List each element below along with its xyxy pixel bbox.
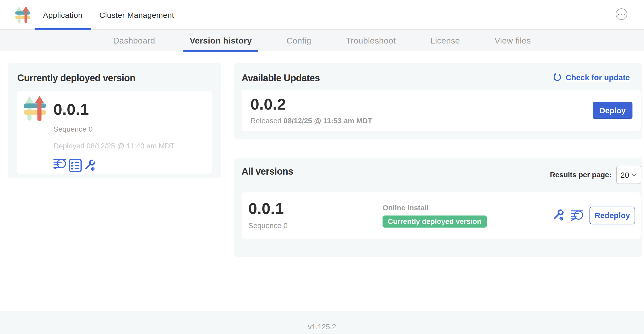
- edit-config-icon[interactable]: [84, 159, 96, 172]
- edit-config-icon[interactable]: [553, 209, 564, 222]
- all-versions-card: All versions Results per page: 20 0.0.1 …: [234, 158, 642, 257]
- refresh-icon: [553, 73, 562, 82]
- check-for-update-link[interactable]: Check for update: [553, 73, 630, 82]
- update-released-timestamp: Released 08/12/25 @ 11:53 am MDT: [250, 116, 372, 125]
- deployed-version-number: 0.0.1: [53, 102, 174, 117]
- tab-application[interactable]: Application: [35, 0, 91, 30]
- admin-console-page: Application Cluster Management Dashboard…: [0, 0, 644, 334]
- preflight-checks-icon[interactable]: [69, 159, 82, 172]
- deploy-button[interactable]: Deploy: [593, 102, 632, 119]
- currently-deployed-card: Currently deployed version 0.0.1 Sequenc…: [8, 63, 221, 178]
- deployed-version-panel: 0.0.1 Sequence 0 Deployed 08/12/25 @ 11:…: [17, 91, 212, 174]
- results-per-page-value: 20: [620, 170, 629, 179]
- all-versions-title: All versions: [242, 166, 293, 177]
- app-subnav: Dashboard Version history Config Trouble…: [0, 30, 644, 51]
- row-version-number: 0.0.1: [248, 201, 383, 217]
- tab-version-history[interactable]: Version history: [183, 30, 258, 51]
- available-updates-title: Available Updates: [242, 73, 320, 84]
- top-bar: Application Cluster Management: [0, 0, 644, 30]
- deployed-sequence: Sequence 0: [53, 125, 174, 133]
- deployed-timestamp: Deployed 08/12/25 @ 11:40 am MDT: [53, 142, 174, 150]
- app-logo-icon: [24, 95, 46, 121]
- tab-troubleshoot[interactable]: Troubleshoot: [340, 30, 402, 51]
- tab-config[interactable]: Config: [280, 30, 318, 51]
- version-row: 0.0.1 Sequence 0 Online Install Currentl…: [242, 192, 641, 238]
- available-update-row: 0.0.2 Released 08/12/25 @ 11:53 am MDT D…: [242, 90, 641, 131]
- tab-license[interactable]: License: [424, 30, 466, 51]
- console-version: v1.125.2: [308, 322, 336, 331]
- update-version-number: 0.0.2: [250, 96, 372, 112]
- deployed-card-title: Currently deployed version: [17, 73, 212, 84]
- tab-view-files[interactable]: View files: [488, 30, 537, 51]
- top-nav: Application Cluster Management: [35, 0, 183, 30]
- available-updates-card: Available Updates Check for update 0.0.2…: [234, 63, 642, 139]
- chevron-down-icon: [631, 173, 637, 177]
- view-logs-icon[interactable]: [571, 210, 583, 220]
- results-per-page-select[interactable]: 20: [616, 166, 641, 184]
- currently-deployed-badge: Currently deployed version: [383, 215, 487, 227]
- tab-cluster-management[interactable]: Cluster Management: [91, 0, 183, 30]
- view-logs-icon[interactable]: [53, 159, 66, 169]
- tab-dashboard[interactable]: Dashboard: [107, 30, 161, 51]
- redeploy-button[interactable]: Redeploy: [590, 206, 635, 224]
- install-type: Online Install: [383, 203, 487, 212]
- more-options-button[interactable]: [616, 8, 627, 20]
- app-logo-icon: [15, 6, 30, 23]
- results-per-page-label: Results per page:: [550, 171, 612, 179]
- row-sequence: Sequence 0: [248, 221, 383, 230]
- check-for-update-label: Check for update: [566, 73, 630, 82]
- footer: v1.125.2: [0, 311, 644, 334]
